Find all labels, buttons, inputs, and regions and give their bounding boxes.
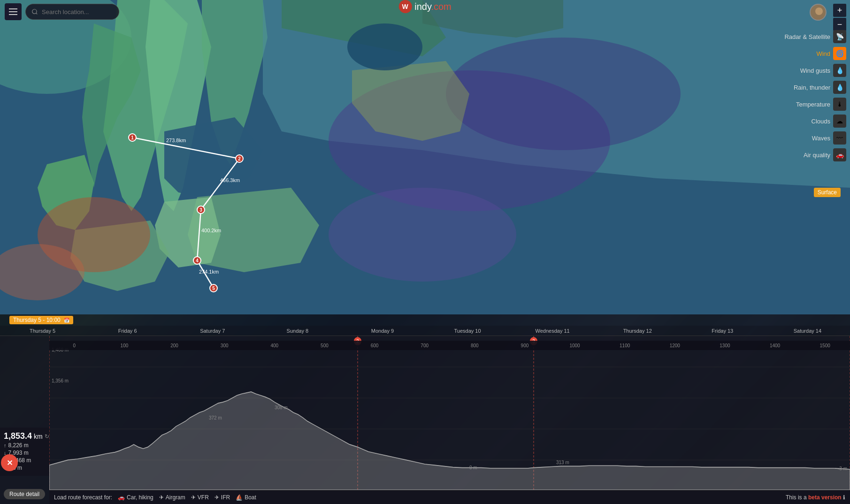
close-button[interactable]: ✕ — [1, 454, 18, 471]
svg-text:372 m: 372 m — [209, 415, 222, 421]
date-wednesday11[interactable]: Wednesday 11 — [510, 328, 595, 334]
rain-icon: 💧 — [833, 81, 846, 94]
svg-text:-3 m: -3 m — [838, 466, 847, 472]
date-saturday14[interactable]: Saturday 14 — [765, 328, 850, 334]
date-friday6[interactable]: Friday 6 — [85, 328, 170, 334]
elevation-up-row: ↑ 8,226 m — [4, 442, 46, 449]
ruler-1300: 1300 — [700, 343, 750, 348]
search-input[interactable] — [42, 8, 107, 15]
ruler-600: 600 — [350, 343, 400, 348]
ruler-700: 700 — [399, 343, 450, 348]
hamburger-line — [9, 8, 17, 9]
refresh-icon[interactable]: ↻ — [45, 433, 49, 440]
layer-wind-gusts[interactable]: Wind gusts 💧 — [766, 62, 850, 79]
wind-icon: 🌀 — [833, 47, 846, 60]
beta-notice: This is a beta version ℹ — [786, 494, 845, 501]
layer-radar[interactable]: Radar & Satellite 📡 — [766, 28, 850, 45]
timeline-bar[interactable]: Thursday 5 - 10:00 📅 — [0, 314, 850, 326]
layer-rain[interactable]: Rain, thunder 💧 — [766, 79, 850, 96]
forecast-boat[interactable]: ⛵ Boat — [236, 494, 256, 501]
air-quality-icon: 🚗 — [833, 148, 846, 161]
search-box[interactable] — [25, 4, 119, 20]
layer-waves[interactable]: Waves 〰 — [766, 130, 850, 146]
forecast-airgram[interactable]: ✈ Airgram — [159, 494, 185, 501]
layer-clouds[interactable]: Clouds ☁ — [766, 113, 850, 130]
radar-icon: 📡 — [833, 30, 846, 43]
search-icon — [31, 8, 38, 15]
svg-text:308 m: 308 m — [275, 405, 288, 411]
hamburger-button[interactable] — [5, 3, 22, 20]
up-arrow-icon: ↑ — [4, 443, 7, 448]
car-icon: 🚗 — [118, 494, 125, 501]
svg-point-18 — [815, 8, 823, 15]
chart-area: 0 100 200 300 400 500 600 700 800 900 10… — [0, 336, 850, 504]
waypoint-3[interactable]: 3 — [197, 206, 205, 214]
close-icon: ✕ — [7, 458, 13, 467]
route-detail-button[interactable]: Route detail — [4, 489, 45, 499]
avatar[interactable] — [810, 4, 827, 21]
waypoint-5[interactable]: 5 — [209, 284, 218, 292]
date-thursday12[interactable]: Thursday 12 — [595, 328, 680, 334]
date-monday9[interactable]: Monday 9 — [340, 328, 425, 334]
ifr-icon: ✈ — [214, 494, 219, 501]
date-sunday8[interactable]: Sunday 8 — [255, 328, 340, 334]
svg-point-5 — [446, 38, 681, 150]
forecast-ifr-label: IFR — [221, 494, 230, 501]
zoom-controls: + − — [833, 4, 846, 32]
date-saturday7[interactable]: Saturday 7 — [170, 328, 255, 334]
waypoint-1[interactable]: 1 — [128, 133, 137, 142]
forecast-airgram-label: Airgram — [166, 494, 185, 501]
svg-point-16 — [32, 9, 37, 14]
ruler-1200: 1200 — [650, 343, 700, 348]
layer-temperature[interactable]: Temperature 🌡 — [766, 96, 850, 113]
ruler-bar: 0 100 200 300 400 500 600 700 800 900 10… — [49, 341, 850, 350]
ruler-100: 100 — [100, 343, 150, 348]
svg-point-6 — [329, 188, 516, 282]
date-tuesday10[interactable]: Tuesday 10 — [425, 328, 510, 334]
date-labels-row: Thursday 5 Friday 6 Saturday 7 Sunday 8 … — [0, 326, 850, 336]
elevation-chart: 2 3 1,468 m 1,356 m 372 m 308 m 0 m 313 … — [49, 336, 850, 490]
forecast-bar: Load route forecast for: 🚗 Car, hiking ✈… — [49, 490, 850, 504]
date-thursday5[interactable]: Thursday 5 — [0, 328, 85, 334]
ruler-1000: 1000 — [550, 343, 600, 348]
ruler-400: 400 — [250, 343, 300, 348]
waypoint-4[interactable]: 4 — [193, 256, 201, 265]
surface-badge[interactable]: Surface — [814, 188, 841, 197]
total-distance: 1,853.4 km ↻ — [4, 431, 46, 441]
forecast-label: Load route forecast for: — [54, 494, 112, 501]
forecast-ifr[interactable]: ✈ IFR — [214, 494, 230, 501]
zoom-in-button[interactable]: + — [833, 4, 846, 17]
clouds-icon: ☁ — [833, 115, 846, 128]
beta-info-icon: ℹ — [843, 494, 845, 501]
ruler-1100: 1100 — [600, 343, 650, 348]
distance-unit: km — [34, 433, 43, 440]
forecast-vfr-label: VFR — [198, 494, 209, 501]
airgram-icon: ✈ — [159, 494, 164, 501]
beta-link[interactable]: beta version — [808, 494, 842, 501]
wind-gusts-icon: 💧 — [833, 64, 846, 77]
forecast-car-hiking[interactable]: 🚗 Car, hiking — [118, 494, 153, 501]
layer-air-quality[interactable]: Air quality 🚗 — [766, 146, 850, 163]
ruler-500: 500 — [299, 343, 350, 348]
hamburger-line — [9, 11, 17, 12]
distance-value: 1,853.4 — [4, 431, 32, 441]
ruler-900: 900 — [500, 343, 550, 348]
ruler-200: 200 — [149, 343, 199, 348]
ruler-800: 800 — [450, 343, 500, 348]
time-indicator[interactable]: Thursday 5 - 10:00 📅 — [9, 316, 73, 324]
waves-icon: 〰 — [833, 131, 846, 145]
svg-text:1,356 m: 1,356 m — [52, 378, 69, 384]
date-friday13[interactable]: Friday 13 — [680, 328, 765, 334]
layer-wind[interactable]: Wind 🌀 — [766, 45, 850, 62]
svg-text:0 m: 0 m — [469, 465, 477, 471]
layers-panel: Radar & Satellite 📡 Wind 🌀 Wind gusts 💧 … — [766, 28, 850, 163]
elevation-up-value: 8,226 m — [8, 442, 29, 449]
temperature-icon: 🌡 — [833, 98, 846, 111]
ruler-300: 300 — [199, 343, 250, 348]
waypoint-2[interactable]: 2 — [235, 154, 244, 163]
hamburger-line — [9, 14, 17, 15]
svg-text:313 m: 313 m — [556, 459, 569, 465]
vfr-icon: ✈ — [191, 494, 196, 501]
forecast-boat-label: Boat — [245, 494, 256, 501]
forecast-vfr[interactable]: ✈ VFR — [191, 494, 209, 501]
